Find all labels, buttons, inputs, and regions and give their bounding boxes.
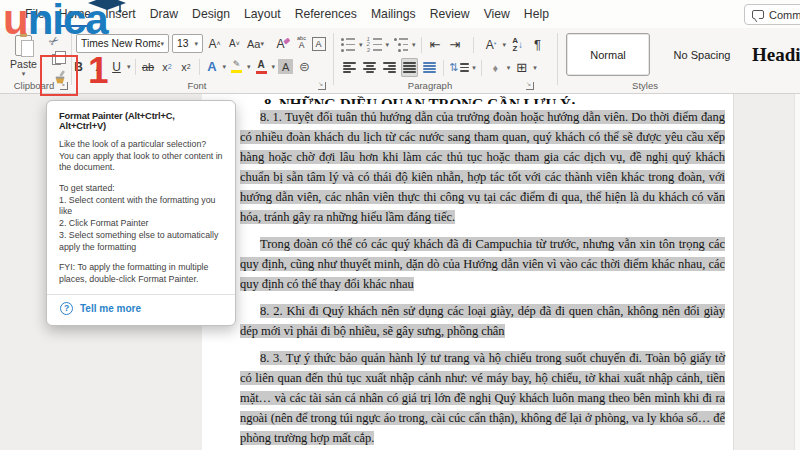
borders-dropdown-icon[interactable]: ▾ bbox=[533, 64, 537, 71]
change-case-dropdown-icon: ▾ bbox=[260, 40, 264, 47]
bullets-button[interactable] bbox=[339, 35, 356, 54]
tab-help[interactable]: Help bbox=[517, 0, 556, 28]
font-dialog-launcher[interactable] bbox=[318, 82, 326, 90]
grow-font-icon: A bbox=[208, 37, 216, 51]
align-left-button[interactable] bbox=[341, 58, 358, 77]
tab-design[interactable]: Design bbox=[185, 0, 237, 28]
paragraph-group-label: Paragraph bbox=[335, 80, 525, 91]
line-spacing-dropdown-icon[interactable]: ▾ bbox=[472, 64, 476, 71]
font-color-icon: A bbox=[257, 60, 264, 70]
increase-indent-button[interactable]: ⇥ bbox=[447, 35, 464, 54]
grow-font-mark-icon: ˄ bbox=[216, 40, 220, 47]
highlight-color-bar bbox=[231, 70, 242, 73]
tell-me-more-link[interactable]: Tell me more bbox=[80, 303, 141, 314]
document-paragraph[interactable]: 8. 2. Khi đi Quý khách nên sử dụng các l… bbox=[240, 301, 725, 341]
text-highlight-button[interactable]: ✎ bbox=[228, 57, 245, 76]
grow-font-button[interactable]: A˄ bbox=[206, 34, 223, 53]
line-spacing-button[interactable]: ⇅ bbox=[449, 58, 469, 77]
change-case-button[interactable]: Aa▾ bbox=[247, 34, 264, 53]
shrink-font-button[interactable]: A˅ bbox=[226, 34, 243, 53]
font-group-label: Font bbox=[72, 80, 322, 91]
asian-layout-button[interactable]: A* bbox=[483, 35, 500, 54]
bullets-icon bbox=[341, 38, 355, 52]
paragraph-dialog-launcher[interactable] bbox=[526, 82, 534, 90]
multilevel-list-icon bbox=[394, 38, 408, 52]
shading-button[interactable]: ♦ bbox=[487, 58, 504, 77]
enclose-characters-button[interactable]: ⊜ bbox=[296, 57, 313, 76]
tab-file[interactable]: File bbox=[18, 0, 52, 28]
tab-review[interactable]: Review bbox=[423, 0, 477, 28]
align-left-icon bbox=[343, 62, 356, 73]
paragraph-mark-button[interactable]: ¶ bbox=[529, 35, 546, 54]
tab-view[interactable]: View bbox=[477, 0, 517, 28]
tab-home[interactable]: Home bbox=[52, 0, 99, 28]
align-right-icon bbox=[383, 62, 396, 73]
clear-formatting-button[interactable]: A bbox=[275, 34, 292, 53]
document-paragraph[interactable]: 8. 3. Tự ý thức bảo quản hành lý tư tran… bbox=[240, 348, 725, 448]
highlight-dropdown-icon[interactable]: ▾ bbox=[247, 63, 251, 70]
underline-dropdown-icon[interactable]: ▾ bbox=[127, 63, 131, 70]
document-paragraph[interactable]: Trong đoàn có thể có các quý khách đã đi… bbox=[240, 234, 725, 294]
sort-button[interactable]: AZ↓ bbox=[509, 35, 526, 54]
font-size-combobox[interactable]: 13 ▾ bbox=[172, 34, 203, 53]
divider bbox=[421, 37, 422, 53]
tooltip-fyi: FYI: To apply the formatting in multiple… bbox=[59, 262, 223, 285]
cut-icon[interactable]: ✂ bbox=[42, 29, 66, 52]
asian-layout-mark-icon: * bbox=[494, 41, 497, 48]
character-shading-button[interactable]: A bbox=[277, 57, 294, 76]
document-page[interactable]: 8. NHỮNG ĐIỀU QUAN TRỌNG CẦN LƯU Ý: 8. 1… bbox=[202, 94, 734, 450]
multilevel-dropdown-icon[interactable]: ▾ bbox=[412, 41, 416, 48]
document-paragraph[interactable]: 8. 1. Tuyệt đối tuân thủ hướng dẫn của t… bbox=[240, 107, 725, 227]
superscript-button[interactable]: x2 bbox=[178, 57, 195, 76]
comment-bubble-icon bbox=[752, 10, 764, 19]
paragraph-row1: ▾ 1 2 3 ▾ ▾ ⇤ ⇥ A*▾ AZ↓ ¶ bbox=[339, 35, 546, 54]
font-color-dropdown-icon[interactable]: ▾ bbox=[272, 63, 276, 70]
align-right-button[interactable] bbox=[381, 58, 398, 77]
text-effects-button[interactable]: A bbox=[204, 57, 221, 76]
subscript-button[interactable]: x2 bbox=[159, 57, 176, 76]
annotation-step-number: 1 bbox=[88, 52, 109, 89]
paste-dropdown-icon: ▾ bbox=[22, 70, 26, 77]
text-effects-dropdown-icon[interactable]: ▾ bbox=[223, 63, 227, 70]
justify-icon bbox=[403, 62, 416, 73]
scrollbar[interactable] bbox=[794, 94, 800, 450]
tab-insert[interactable]: Insert bbox=[98, 0, 142, 28]
shrink-font-mark-icon: ˅ bbox=[236, 40, 240, 47]
change-case-icon: Aa bbox=[247, 38, 260, 50]
multilevel-list-button[interactable] bbox=[392, 35, 409, 54]
strikethrough-button[interactable]: ab bbox=[140, 57, 157, 76]
numbering-button[interactable]: 1 2 3 bbox=[366, 35, 383, 54]
tab-layout[interactable]: Layout bbox=[237, 0, 288, 28]
style-normal[interactable]: Normal bbox=[566, 33, 650, 76]
bullets-dropdown-icon[interactable]: ▾ bbox=[359, 41, 363, 48]
tab-draw[interactable]: Draw bbox=[143, 0, 185, 28]
numbering-icon: 1 2 3 bbox=[367, 38, 382, 52]
asian-layout-dropdown-icon[interactable]: ▾ bbox=[503, 41, 507, 48]
phonetic-guide-button[interactable]: abcA bbox=[293, 33, 310, 52]
style-heading-1[interactable]: Heading 1 bbox=[752, 33, 800, 76]
font-size-dropdown-icon: ▾ bbox=[194, 40, 198, 47]
comments-label: Comments bbox=[769, 9, 800, 21]
sort-arrow-icon: ↓ bbox=[518, 39, 523, 50]
tooltip-intro: Like the look of a particular selection?… bbox=[59, 139, 223, 174]
tooltip-steps-header: To get started: bbox=[59, 183, 223, 195]
tab-references[interactable]: References bbox=[288, 0, 364, 28]
style-heading-label: Heading 1 bbox=[752, 44, 800, 66]
distribute-button[interactable] bbox=[421, 58, 438, 77]
numbering-dropdown-icon[interactable]: ▾ bbox=[386, 41, 390, 48]
decrease-indent-button[interactable]: ⇤ bbox=[427, 35, 444, 54]
justify-button[interactable] bbox=[401, 58, 418, 77]
underline-button[interactable]: U bbox=[108, 57, 125, 76]
borders-button[interactable]: ⊞ bbox=[513, 58, 530, 77]
divider bbox=[473, 37, 474, 53]
style-no-spacing[interactable]: No Spacing bbox=[656, 33, 748, 76]
menu-tabs: File Home Insert Draw Design Layout Refe… bbox=[18, 0, 556, 28]
font-color-button[interactable]: A bbox=[253, 57, 270, 76]
styles-group-label: Styles bbox=[600, 80, 690, 91]
character-border-button[interactable]: A bbox=[310, 34, 327, 53]
align-center-button[interactable] bbox=[361, 58, 378, 77]
shading-dropdown-icon[interactable]: ▾ bbox=[507, 64, 511, 71]
comments-button[interactable]: Comments bbox=[744, 4, 800, 25]
character-shading-icon: A bbox=[278, 59, 293, 74]
tab-mailings[interactable]: Mailings bbox=[364, 0, 423, 28]
